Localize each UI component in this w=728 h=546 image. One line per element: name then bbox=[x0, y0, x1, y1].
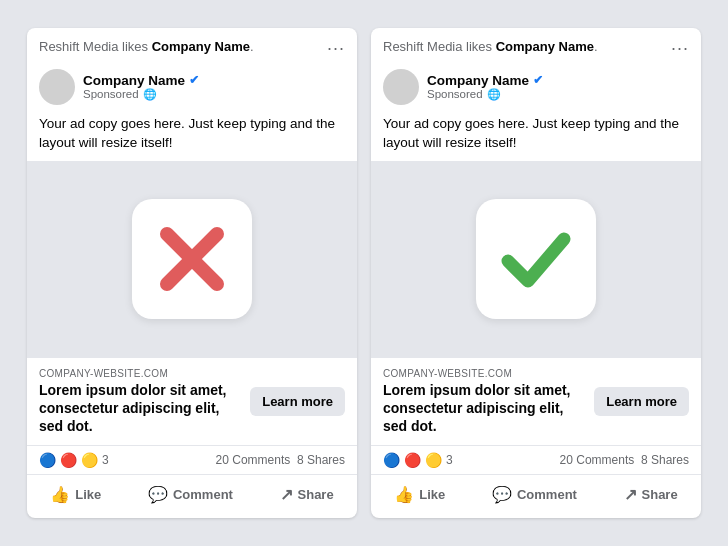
cta-left: COMPANY-WEBSITE.COM Lorem ipsum dolor si… bbox=[383, 368, 583, 436]
actions-row: 👍 Like 💬 Comment ↗ Share bbox=[27, 474, 357, 518]
x-mark-icon bbox=[152, 219, 232, 299]
liked-company-name: Company Name bbox=[496, 39, 594, 54]
page-name: Company Name bbox=[427, 73, 529, 88]
more-options-icon[interactable]: ··· bbox=[327, 38, 345, 59]
like-button[interactable]: 👍 Like bbox=[384, 479, 455, 510]
sponsored-row: Sponsored 🌐 bbox=[83, 88, 199, 101]
haha-emoji: 🟡 bbox=[425, 452, 442, 468]
reaction-count: 3 bbox=[102, 453, 109, 467]
comment-label: Comment bbox=[517, 487, 577, 502]
share-icon: ↗ bbox=[280, 485, 293, 504]
card-footer: COMPANY-WEBSITE.COM Lorem ipsum dolor si… bbox=[371, 357, 701, 519]
like-label: Like bbox=[419, 487, 445, 502]
profile-info: Company Name ✔ Sponsored 🌐 bbox=[83, 73, 199, 101]
like-icon: 👍 bbox=[50, 485, 70, 504]
ad-headline: Lorem ipsum dolor sit amet, consectetur … bbox=[383, 381, 583, 436]
avatar bbox=[383, 69, 419, 105]
share-label: Share bbox=[642, 487, 678, 502]
like-emoji: 🔵 bbox=[39, 452, 56, 468]
profile-name-row: Company Name ✔ bbox=[83, 73, 199, 88]
haha-emoji: 🟡 bbox=[81, 452, 98, 468]
share-button[interactable]: ↗ Share bbox=[270, 479, 344, 510]
learn-more-button[interactable]: Learn more bbox=[594, 387, 689, 416]
reaction-count: 3 bbox=[446, 453, 453, 467]
comment-label: Comment bbox=[173, 487, 233, 502]
profile-info: Company Name ✔ Sponsored 🌐 bbox=[427, 73, 543, 101]
card-bad: Reshift Media likes Company Name. ··· Co… bbox=[27, 28, 357, 518]
social-proof-text: Reshift Media likes Company Name. bbox=[383, 39, 598, 54]
social-proof: Reshift Media likes Company Name. bbox=[39, 38, 254, 56]
shares-count: 8 Shares bbox=[641, 453, 689, 467]
check-mark-icon bbox=[496, 219, 576, 299]
share-label: Share bbox=[298, 487, 334, 502]
like-button[interactable]: 👍 Like bbox=[40, 479, 111, 510]
profile-row: Company Name ✔ Sponsored 🌐 bbox=[371, 65, 701, 111]
reactions-left: 🔵 🔴 🟡 3 bbox=[383, 452, 453, 468]
like-icon: 👍 bbox=[394, 485, 414, 504]
more-options-icon[interactable]: ··· bbox=[671, 38, 689, 59]
page-name: Company Name bbox=[83, 73, 185, 88]
cards-container: Reshift Media likes Company Name. ··· Co… bbox=[7, 8, 721, 538]
ad-headline: Lorem ipsum dolor sit amet, consectetur … bbox=[39, 381, 239, 436]
reactions-row: 🔵 🔴 🟡 3 20 Comments 8 Shares bbox=[27, 446, 357, 474]
card-header: Reshift Media likes Company Name. ··· bbox=[27, 28, 357, 65]
sponsored-label: Sponsored bbox=[427, 88, 483, 100]
shares-count: 8 Shares bbox=[297, 453, 345, 467]
globe-icon: 🌐 bbox=[143, 88, 157, 101]
card-footer: COMPANY-WEBSITE.COM Lorem ipsum dolor si… bbox=[27, 357, 357, 519]
like-emoji: 🔵 bbox=[383, 452, 400, 468]
website-url: COMPANY-WEBSITE.COM bbox=[39, 368, 239, 379]
comment-button[interactable]: 💬 Comment bbox=[482, 479, 587, 510]
learn-more-button[interactable]: Learn more bbox=[250, 387, 345, 416]
comment-icon: 💬 bbox=[148, 485, 168, 504]
verified-icon: ✔ bbox=[533, 73, 543, 87]
social-proof: Reshift Media likes Company Name. bbox=[383, 38, 598, 56]
cta-left: COMPANY-WEBSITE.COM Lorem ipsum dolor si… bbox=[39, 368, 239, 436]
share-button[interactable]: ↗ Share bbox=[614, 479, 688, 510]
comment-icon: 💬 bbox=[492, 485, 512, 504]
social-proof-text: Reshift Media likes Company Name. bbox=[39, 39, 254, 54]
comments-count: 20 Comments bbox=[560, 453, 635, 467]
reactions-right: 20 Comments 8 Shares bbox=[560, 453, 689, 467]
cta-row: COMPANY-WEBSITE.COM Lorem ipsum dolor si… bbox=[371, 358, 701, 447]
ad-image-area bbox=[27, 161, 357, 357]
icon-card-x bbox=[132, 199, 252, 319]
website-url: COMPANY-WEBSITE.COM bbox=[383, 368, 583, 379]
globe-icon: 🌐 bbox=[487, 88, 501, 101]
sponsored-row: Sponsored 🌐 bbox=[427, 88, 543, 101]
card-good: Reshift Media likes Company Name. ··· Co… bbox=[371, 28, 701, 518]
profile-name-row: Company Name ✔ bbox=[427, 73, 543, 88]
cta-row: COMPANY-WEBSITE.COM Lorem ipsum dolor si… bbox=[27, 358, 357, 447]
verified-icon: ✔ bbox=[189, 73, 199, 87]
card-header: Reshift Media likes Company Name. ··· bbox=[371, 28, 701, 65]
sponsored-label: Sponsored bbox=[83, 88, 139, 100]
profile-row: Company Name ✔ Sponsored 🌐 bbox=[27, 65, 357, 111]
avatar bbox=[39, 69, 75, 105]
ad-image-area bbox=[371, 161, 701, 357]
love-emoji: 🔴 bbox=[404, 452, 421, 468]
like-label: Like bbox=[75, 487, 101, 502]
liked-company-name: Company Name bbox=[152, 39, 250, 54]
love-emoji: 🔴 bbox=[60, 452, 77, 468]
ad-copy: Your ad copy goes here. Just keep typing… bbox=[27, 111, 357, 161]
comments-count: 20 Comments bbox=[216, 453, 291, 467]
actions-row: 👍 Like 💬 Comment ↗ Share bbox=[371, 474, 701, 518]
icon-card-check bbox=[476, 199, 596, 319]
share-icon: ↗ bbox=[624, 485, 637, 504]
comment-button[interactable]: 💬 Comment bbox=[138, 479, 243, 510]
ad-copy: Your ad copy goes here. Just keep typing… bbox=[371, 111, 701, 161]
reactions-left: 🔵 🔴 🟡 3 bbox=[39, 452, 109, 468]
reactions-right: 20 Comments 8 Shares bbox=[216, 453, 345, 467]
reactions-row: 🔵 🔴 🟡 3 20 Comments 8 Shares bbox=[371, 446, 701, 474]
